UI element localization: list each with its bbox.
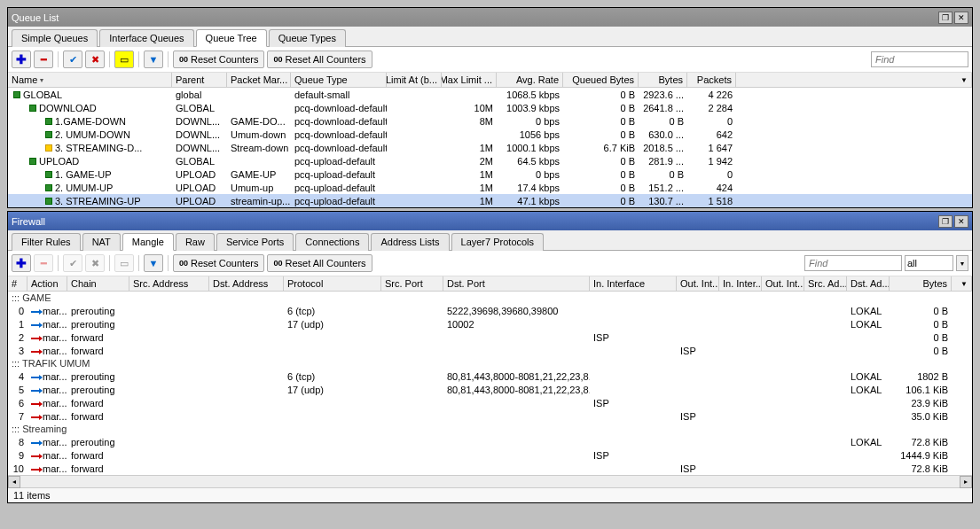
queue-row[interactable]: 2. UMUM-DOWNDOWNL...Umum-downpcq-downloa… [8, 128, 972, 141]
firewall-rule-row[interactable]: 0mar...prerouting6 (tcp)5222,39698,39680… [8, 304, 972, 317]
tab-filter-rules[interactable]: Filter Rules [12, 233, 81, 251]
status-icon [45, 198, 52, 205]
add-button[interactable]: ✚ [12, 51, 31, 68]
firewall-rule-row[interactable]: 1mar...prerouting17 (udp)10002LOKAL0 B [8, 317, 972, 331]
firewall-rule-row[interactable]: 6mar...forwardISP23.9 KiB [8, 396, 972, 409]
tab-queue-types[interactable]: Queue Types [269, 29, 346, 47]
column-header[interactable]: Max Limit ... [442, 73, 497, 87]
reset-counters-button[interactable]: 00Reset Counters [173, 51, 264, 68]
enable-button[interactable]: ✔ [63, 254, 82, 272]
reset-all-counters-button[interactable]: 00Reset All Counters [267, 51, 372, 68]
firewall-find-input[interactable] [804, 255, 902, 271]
disable-button[interactable]: ✖ [85, 51, 105, 68]
filter-icon[interactable]: ▼ [144, 51, 163, 68]
column-header[interactable]: Packets [687, 73, 736, 87]
add-button[interactable]: ✚ [12, 254, 31, 272]
queue-row[interactable]: 3. STREAMING-UPUPLOADstreamin-up...pcq-u… [8, 194, 972, 207]
firewall-rule-row[interactable]: 4mar...prerouting6 (tcp)80,81,443,8000-8… [8, 370, 972, 383]
queue-titlebar[interactable]: Queue List ❐ ✕ [8, 8, 972, 27]
column-header[interactable]: In. Interface [590, 276, 677, 291]
firewall-rule-row[interactable]: 9mar...forwardISP1444.9 KiB [8, 448, 972, 462]
restore-icon[interactable]: ❐ [938, 215, 953, 228]
tab-address-lists[interactable]: Address Lists [371, 233, 449, 251]
action-icon [31, 311, 40, 313]
action-icon [31, 416, 40, 418]
column-header[interactable]: Name▾ [8, 73, 172, 87]
column-header[interactable]: # [8, 276, 27, 291]
tab-simple-queues[interactable]: Simple Queues [12, 29, 98, 47]
firewall-titlebar[interactable]: Firewall ❐ ✕ [8, 212, 972, 230]
column-menu[interactable]: ▼ [736, 73, 972, 87]
horizontal-scrollbar[interactable]: ◂ ▸ [8, 475, 972, 487]
queue-row[interactable]: DOWNLOADGLOBALpcq-download-default10M100… [8, 101, 972, 114]
scroll-left-icon[interactable]: ◂ [8, 476, 20, 488]
filter-icon[interactable]: ▼ [144, 254, 163, 272]
firewall-rule-row[interactable]: 3mar...forwardISP0 B [8, 344, 972, 357]
firewall-rule-row[interactable]: 7mar...forwardISP35.0 KiB [8, 409, 972, 423]
column-header[interactable]: Out. Int... [762, 276, 804, 291]
comment-button[interactable]: ▭ [114, 254, 134, 272]
tab-service-ports[interactable]: Service Ports [216, 233, 294, 251]
tab-nat[interactable]: NAT [82, 233, 121, 251]
firewall-status-bar: 11 items [8, 487, 972, 502]
column-header[interactable]: Dst. Port [443, 276, 590, 291]
firewall-grid-body: ::: GAME0mar...prerouting6 (tcp)5222,396… [8, 292, 972, 475]
queue-row[interactable]: 1. GAME-UPUPLOADGAME-UPpcq-upload-defaul… [8, 167, 972, 181]
column-header[interactable]: Queued Bytes [563, 73, 639, 87]
firewall-rule-row[interactable]: 10mar...forwardISP72.8 KiB [8, 462, 972, 475]
tab-connections[interactable]: Connections [295, 233, 369, 251]
remove-button[interactable]: ━ [34, 254, 53, 272]
tab-raw[interactable]: Raw [176, 233, 215, 251]
tab-interface-queues[interactable]: Interface Queues [99, 29, 193, 47]
status-icon [29, 158, 36, 165]
column-header[interactable]: Src. Ad... [804, 276, 847, 291]
action-icon [31, 377, 40, 378]
column-header[interactable]: Limit At (b... [387, 73, 442, 87]
column-header[interactable]: Src. Address [129, 276, 209, 291]
column-header[interactable]: Parent [172, 73, 227, 87]
column-header[interactable]: Bytes [639, 73, 687, 87]
column-header[interactable]: Protocol [284, 276, 381, 291]
action-icon [31, 442, 40, 444]
queue-row[interactable]: 3. STREAMING-D...DOWNL...Stream-downpcq-… [8, 141, 972, 154]
tab-mangle[interactable]: Mangle [122, 233, 174, 251]
dropdown-arrow-icon[interactable]: ▼ [956, 255, 968, 271]
filter-dropdown[interactable] [905, 255, 953, 271]
queue-row[interactable]: 2. UMUM-UPUPLOADUmum-uppcq-upload-defaul… [8, 181, 972, 194]
column-header[interactable]: Chain [67, 276, 129, 291]
queue-row[interactable]: GLOBALglobaldefault-small1068.5 kbps0 B2… [8, 88, 972, 101]
reset-all-counters-button[interactable]: 00Reset All Counters [267, 254, 372, 272]
restore-icon[interactable]: ❐ [938, 12, 953, 24]
tab-queue-tree[interactable]: Queue Tree [196, 29, 267, 47]
disable-button[interactable]: ✖ [85, 254, 105, 272]
queue-row[interactable]: 1.GAME-DOWNDOWNL...GAME-DO...pcq-downloa… [8, 114, 972, 128]
close-icon[interactable]: ✕ [954, 12, 968, 24]
action-icon [31, 403, 40, 405]
column-header[interactable]: Queue Type [291, 73, 387, 87]
column-header[interactable]: In. Inter... [719, 276, 762, 291]
tab-layer7-protocols[interactable]: Layer7 Protocols [451, 233, 545, 251]
close-icon[interactable]: ✕ [954, 215, 968, 228]
column-header[interactable]: Src. Port [381, 276, 443, 291]
queue-find-input[interactable] [871, 51, 968, 67]
column-header[interactable]: Avg. Rate [497, 73, 563, 87]
queue-grid-body: GLOBALglobaldefault-small1068.5 kbps0 B2… [8, 88, 972, 207]
reset-counters-button[interactable]: 00Reset Counters [173, 254, 264, 272]
firewall-rule-row[interactable]: 5mar...prerouting17 (udp)80,81,443,8000-… [8, 383, 972, 396]
comment-button[interactable]: ▭ [114, 51, 134, 68]
column-header[interactable]: Dst. Address [209, 276, 284, 291]
column-header[interactable]: Out. Int... [677, 276, 719, 291]
firewall-rule-row[interactable]: 2mar...forwardISP0 B [8, 331, 972, 344]
column-header[interactable]: Packet Mar... [227, 73, 291, 87]
enable-button[interactable]: ✔ [63, 51, 82, 68]
scroll-right-icon[interactable]: ▸ [960, 476, 972, 488]
remove-button[interactable]: ━ [34, 51, 53, 68]
queue-row[interactable]: UPLOADGLOBALpcq-upload-default2M64.5 kbp… [8, 154, 972, 167]
action-icon [31, 455, 40, 457]
column-header[interactable]: Action [27, 276, 67, 291]
status-icon [45, 131, 52, 138]
column-header[interactable]: Dst. Ad... [847, 276, 890, 291]
column-header[interactable]: Bytes [890, 276, 952, 291]
column-menu[interactable]: ▼ [952, 276, 972, 291]
firewall-rule-row[interactable]: 8mar...preroutingLOKAL72.8 KiB [8, 435, 972, 448]
